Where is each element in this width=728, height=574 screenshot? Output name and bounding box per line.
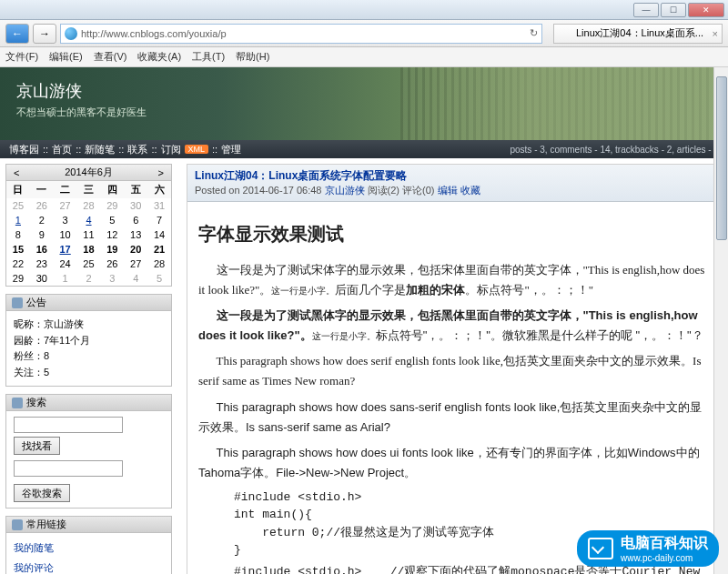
sidebar: < 2014年6月 > 日一二三四五六252627282930311234567… <box>0 158 177 574</box>
para-sans-en: This paragraph shows how does sans-serif… <box>198 398 707 438</box>
globe-icon <box>65 27 77 40</box>
nav-newpost[interactable]: 新随笔 <box>85 143 115 156</box>
sidebar-link[interactable]: 我的评论 <box>14 559 164 574</box>
cal-day[interactable]: 3 <box>54 213 77 227</box>
cal-day[interactable]: 13 <box>124 227 147 242</box>
cal-day[interactable]: 29 <box>100 198 124 213</box>
tab-close-icon[interactable]: × <box>713 28 718 39</box>
cal-day[interactable]: 3 <box>100 271 124 286</box>
nav-cnblogs[interactable]: 博客园 <box>9 143 39 156</box>
address-bar[interactable]: ↻ <box>60 24 542 44</box>
cal-day[interactable]: 10 <box>54 227 77 242</box>
xml-badge[interactable]: XML <box>185 145 209 154</box>
refresh-icon[interactable]: ↻ <box>530 27 538 39</box>
nav-contact[interactable]: 联系 <box>127 143 147 156</box>
cal-day[interactable]: 2 <box>77 271 101 286</box>
links-icon <box>12 519 23 530</box>
cal-day[interactable]: 30 <box>124 198 147 213</box>
menu-favorites[interactable]: 收藏夹(A) <box>137 50 181 64</box>
search-icon <box>12 398 23 408</box>
cal-header: 日 <box>6 181 30 198</box>
notice-line: 关注：5 <box>14 365 164 381</box>
cal-day[interactable]: 5 <box>147 271 171 286</box>
cal-day[interactable]: 30 <box>30 271 54 286</box>
sidebar-link[interactable]: 我的随笔 <box>14 539 164 559</box>
cal-day[interactable]: 20 <box>124 242 147 257</box>
menu-view[interactable]: 查看(V) <box>94 50 127 64</box>
cal-day[interactable]: 14 <box>147 227 171 242</box>
cal-day[interactable]: 12 <box>100 227 124 242</box>
cal-day[interactable]: 4 <box>124 271 147 286</box>
scroll-thumb[interactable] <box>716 76 727 240</box>
cal-day[interactable]: 19 <box>100 242 124 257</box>
cal-day[interactable]: 5 <box>100 213 124 227</box>
menu-file[interactable]: 文件(F) <box>5 50 38 64</box>
cal-prev[interactable]: < <box>14 167 19 178</box>
post-title[interactable]: Linux江湖04：Linux桌面系统字体配置要略 <box>195 168 711 184</box>
menu-help[interactable]: 帮助(H) <box>236 50 269 64</box>
menu-bar: 文件(F) 编辑(E) 查看(V) 收藏夹(A) 工具(T) 帮助(H) <box>0 47 728 67</box>
cal-day[interactable]: 11 <box>77 227 101 242</box>
google-search-input[interactable] <box>14 460 123 477</box>
cal-day[interactable]: 17 <box>54 242 77 257</box>
cal-day[interactable]: 23 <box>30 257 54 271</box>
nav-home[interactable]: 首页 <box>52 143 72 156</box>
cal-day[interactable]: 27 <box>124 257 147 271</box>
cal-day[interactable]: 28 <box>77 198 101 213</box>
post-author[interactable]: 京山游侠 <box>325 185 365 196</box>
cal-day[interactable]: 21 <box>147 242 171 257</box>
browser-tab[interactable]: Linux江湖04：Linux桌面系... × <box>553 24 723 44</box>
close-button[interactable]: ✕ <box>688 3 724 17</box>
post-edit[interactable]: 编辑 <box>438 185 458 196</box>
post-heading: 字体显示效果测试 <box>198 218 707 249</box>
favicon-icon <box>561 28 572 39</box>
cal-header: 三 <box>77 181 101 198</box>
cal-day[interactable]: 4 <box>77 213 101 227</box>
cal-day[interactable]: 7 <box>147 213 171 227</box>
cal-day[interactable]: 27 <box>54 198 77 213</box>
notice-title: 公告 <box>26 296 46 309</box>
monitor-icon <box>588 538 613 559</box>
cal-day[interactable]: 1 <box>54 271 77 286</box>
minimize-button[interactable]: — <box>633 3 659 17</box>
cal-day[interactable]: 26 <box>100 257 124 271</box>
menu-tools[interactable]: 工具(T) <box>192 50 225 64</box>
cal-day[interactable]: 24 <box>54 257 77 271</box>
cal-day[interactable]: 9 <box>30 227 54 242</box>
cal-next[interactable]: > <box>158 167 164 178</box>
cal-day[interactable]: 22 <box>6 257 30 271</box>
cal-day[interactable]: 28 <box>147 257 171 271</box>
tab-title: Linux江湖04：Linux桌面系... <box>576 26 703 40</box>
nav-admin[interactable]: 管理 <box>221 143 241 156</box>
cal-header: 六 <box>147 181 171 198</box>
cal-day[interactable]: 29 <box>6 271 30 286</box>
back-button[interactable]: ← <box>5 24 29 44</box>
nav-subscribe[interactable]: 订阅 <box>161 143 181 156</box>
search-button[interactable]: 找找看 <box>14 437 60 455</box>
cal-day[interactable]: 26 <box>30 198 54 213</box>
cal-day[interactable]: 8 <box>6 227 30 242</box>
page-viewport: 京山游侠 不想当硕士的黑客不是好医生 博客园 :: 首页 :: 新随笔 :: 联… <box>0 67 728 574</box>
post-fav[interactable]: 收藏 <box>460 185 480 196</box>
search-input[interactable] <box>14 417 123 433</box>
cal-day[interactable]: 16 <box>30 242 54 257</box>
cal-day[interactable]: 25 <box>77 257 101 271</box>
url-input[interactable] <box>81 28 526 39</box>
google-search-button[interactable]: 谷歌搜索 <box>14 484 70 502</box>
cal-day[interactable]: 31 <box>147 198 171 213</box>
menu-edit[interactable]: 编辑(E) <box>49 50 83 64</box>
window-titlebar: — ☐ ✕ <box>0 0 728 20</box>
vertical-scrollbar[interactable] <box>713 67 728 574</box>
cal-day[interactable]: 15 <box>6 242 30 257</box>
cal-day[interactable]: 2 <box>30 213 54 227</box>
cal-day[interactable]: 1 <box>6 213 30 227</box>
forward-button[interactable]: → <box>33 24 56 44</box>
notice-icon <box>12 297 23 308</box>
search-panel: 搜索 找找看 谷歌搜索 <box>5 394 172 509</box>
cal-day[interactable]: 25 <box>6 198 30 213</box>
notice-line: 园龄：7年11个月 <box>14 333 164 349</box>
blog-stats: posts - 3, comments - 14, trackbacks - 2… <box>510 145 719 155</box>
cal-day[interactable]: 6 <box>124 213 147 227</box>
cal-day[interactable]: 18 <box>77 242 101 257</box>
maximize-button[interactable]: ☐ <box>661 3 686 17</box>
